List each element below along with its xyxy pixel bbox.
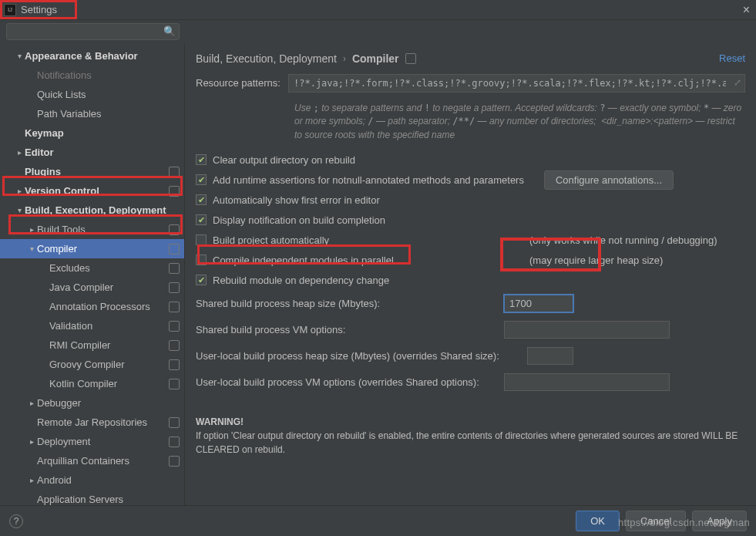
sidebar-item-label: Deployment (37, 436, 166, 447)
sidebar-item-annotation-processors[interactable]: Annotation Processors (0, 297, 184, 316)
sidebar-item-label: Remote Jar Repositories (37, 416, 166, 428)
checkbox-note: (only works while not running / debuggin… (529, 234, 745, 246)
shared-heap-input[interactable] (504, 295, 573, 312)
checkbox-compile-parallel[interactable]: Compile independent modules in parallel … (196, 250, 745, 270)
window-title: Settings (21, 4, 57, 15)
sidebar-item-label: RMI Compiler (49, 339, 166, 351)
sidebar-item-quick-lists[interactable]: Quick Lists (0, 85, 184, 104)
shared-vm-label: Shared build process VM options: (196, 324, 504, 335)
sidebar-item-android[interactable]: ▸Android (0, 470, 184, 490)
checkbox-display-notification[interactable]: ✔ Display notification on build completi… (196, 210, 745, 230)
chevron-right-icon: ▸ (26, 437, 37, 446)
sidebar-item-compiler[interactable]: ▾Compiler (0, 239, 184, 258)
sidebar-item-label: Groovy Compiler (49, 359, 166, 370)
checkbox-label: Add runtime assertions for notnull-annot… (213, 174, 524, 186)
expand-icon[interactable]: ⤢ (734, 77, 741, 88)
project-scope-icon (169, 417, 180, 428)
warning-body: If option 'Clear output directory on reb… (196, 429, 745, 457)
apply-button[interactable]: Apply (692, 511, 747, 531)
checkbox-add-runtime[interactable]: ✔ Add runtime assertions for notnull-ann… (196, 170, 745, 190)
ok-button[interactable]: OK (576, 511, 620, 531)
checkbox-rebuild-dep[interactable]: ✔ Rebuild module on dependency change (196, 270, 745, 290)
settings-content: Build, Execution, Deployment › Compiler … (185, 45, 756, 505)
shared-heap-label: Shared build process heap size (Mbytes): (196, 298, 504, 309)
sidebar-item-label: Notifications (37, 69, 180, 81)
shared-vm-input[interactable] (504, 321, 670, 339)
checkbox-clear-output[interactable]: ✔ Clear output directory on rebuild (196, 150, 745, 170)
cancel-button[interactable]: Cancel (626, 511, 686, 531)
checkbox-icon (196, 234, 207, 245)
user-heap-input[interactable] (527, 347, 573, 365)
checkbox-label: Display notification on build completion (213, 214, 385, 226)
project-scope-icon (169, 359, 180, 370)
sidebar-item-label: Path Variables (37, 108, 180, 120)
settings-sidebar[interactable]: ▾Appearance & BehaviorNotificationsQuick… (0, 45, 185, 505)
breadcrumb-part[interactable]: Build, Execution, Deployment (196, 52, 337, 65)
checkbox-icon: ✔ (196, 214, 207, 225)
sidebar-item-validation[interactable]: Validation (0, 316, 184, 335)
project-scope-icon (169, 282, 180, 293)
project-scope-icon (169, 302, 180, 312)
resource-patterns-label: Resource patterns: (196, 74, 288, 89)
sidebar-item-application-servers[interactable]: Application Servers (0, 490, 184, 505)
sidebar-item-remote-jar-repositories[interactable]: Remote Jar Repositories (0, 413, 184, 432)
resource-patterns-input[interactable] (288, 74, 745, 93)
chevron-right-icon: ▸ (26, 476, 37, 484)
search-row: 🔍 (0, 20, 756, 45)
checkbox-label: Compile independent modules in parallel (213, 255, 394, 266)
sidebar-item-label: Validation (49, 320, 166, 332)
chevron-right-icon: ▸ (26, 399, 37, 407)
breadcrumb-part: Compiler (352, 52, 399, 65)
sidebar-item-label: Annotation Processors (49, 301, 166, 312)
checkbox-label: Clear output directory on rebuild (213, 154, 355, 166)
warning-block: WARNING! If option 'Clear output directo… (196, 415, 745, 457)
sidebar-item-appearance-behavior[interactable]: ▾Appearance & Behavior (0, 46, 184, 66)
sidebar-item-label: Java Compiler (49, 281, 166, 293)
checkbox-build-auto[interactable]: Build project automatically (only works … (196, 230, 745, 250)
app-icon: IJ (4, 4, 16, 16)
configure-annotations-button[interactable]: Configure annotations... (544, 170, 674, 190)
project-scope-icon (169, 379, 180, 389)
sidebar-item-label: Editor (25, 147, 180, 158)
warning-title: WARNING! (196, 415, 745, 429)
sidebar-item-kotlin-compiler[interactable]: Kotlin Compiler (0, 374, 184, 393)
sidebar-item-label: Keymap (25, 127, 180, 139)
sidebar-item-label: Arquillian Containers (37, 455, 166, 467)
sidebar-item-build-execution-deployment[interactable]: ▾Build, Execution, Deployment (0, 201, 184, 220)
user-heap-label: User-local build process heap size (Mbyt… (196, 350, 527, 362)
sidebar-item-excludes[interactable]: Excludes (0, 258, 184, 278)
chevron-right-icon: ▸ (14, 148, 25, 157)
sidebar-item-editor[interactable]: ▸Editor (0, 143, 184, 162)
search-box: 🔍 (6, 23, 180, 40)
checkbox-auto-first-error[interactable]: ✔ Automatically show first error in edit… (196, 190, 745, 210)
user-vm-input[interactable] (504, 373, 670, 391)
sidebar-item-rmi-compiler[interactable]: RMI Compiler (0, 335, 184, 355)
sidebar-item-debugger[interactable]: ▸Debugger (0, 393, 184, 413)
sidebar-item-java-compiler[interactable]: Java Compiler (0, 278, 184, 297)
sidebar-item-version-control[interactable]: ▸Version Control (0, 181, 184, 201)
sidebar-item-label: Plugins (25, 166, 166, 177)
sidebar-item-plugins[interactable]: Plugins (0, 162, 184, 181)
sidebar-item-path-variables[interactable]: Path Variables (0, 104, 184, 123)
help-button[interactable]: ? (9, 514, 23, 528)
sidebar-item-notifications[interactable]: Notifications (0, 66, 184, 85)
project-scope-icon (169, 321, 180, 332)
sidebar-item-arquillian-containers[interactable]: Arquillian Containers (0, 451, 184, 470)
close-icon[interactable]: × (743, 3, 750, 17)
sidebar-item-deployment[interactable]: ▸Deployment (0, 432, 184, 451)
sidebar-item-label: Kotlin Compiler (49, 378, 166, 389)
sidebar-item-groovy-compiler[interactable]: Groovy Compiler (0, 355, 184, 374)
sidebar-item-label: Quick Lists (37, 89, 180, 100)
user-vm-label: User-local build process VM options (ove… (196, 376, 504, 388)
reset-link[interactable]: Reset (719, 52, 745, 64)
search-input[interactable] (6, 23, 180, 40)
checkbox-icon (196, 255, 207, 265)
sidebar-item-label: Build Tools (37, 224, 166, 235)
chevron-right-icon: ▸ (26, 225, 37, 234)
project-scope-icon (169, 244, 180, 255)
chevron-down-icon: ▾ (26, 244, 37, 253)
project-scope-icon (169, 340, 180, 351)
sidebar-item-build-tools[interactable]: ▸Build Tools (0, 220, 184, 239)
sidebar-item-keymap[interactable]: Keymap (0, 123, 184, 143)
checkbox-note: (may require larger heap size) (529, 255, 745, 266)
